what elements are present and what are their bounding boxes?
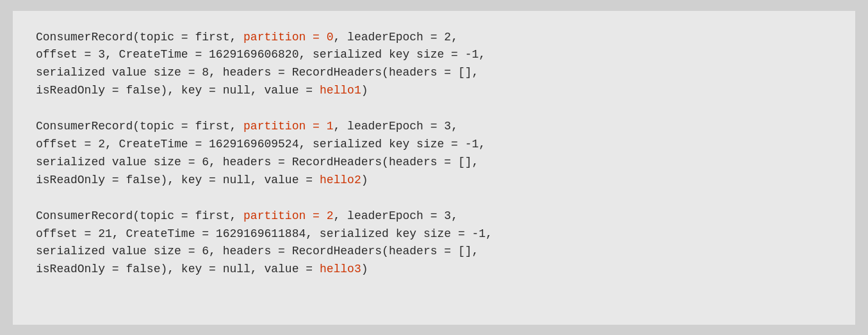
normal-text: serialized value size = 8, headers = Rec… — [36, 66, 479, 79]
record-block-1: ConsumerRecord(topic = first, partition … — [36, 29, 832, 101]
normal-text: ConsumerRecord(topic = first, — [36, 31, 243, 44]
normal-text: , leaderEpoch = 3, — [334, 120, 458, 133]
record-3-line-1: ConsumerRecord(topic = first, partition … — [36, 208, 832, 225]
normal-text: isReadOnly = false), key = null, value = — [36, 84, 320, 97]
normal-text: ) — [361, 174, 368, 186]
normal-text: offset = 2, CreateTime = 1629169609524, … — [36, 138, 486, 151]
record-2-line-2: offset = 2, CreateTime = 1629169609524, … — [36, 136, 832, 154]
normal-text: isReadOnly = false), key = null, value = — [36, 174, 320, 186]
record-block-3: ConsumerRecord(topic = first, partition … — [36, 208, 832, 279]
normal-text: ConsumerRecord(topic = first, — [36, 120, 243, 133]
record-1-line-1: ConsumerRecord(topic = first, partition … — [36, 29, 832, 47]
normal-text: offset = 3, CreateTime = 1629169606820, … — [36, 48, 486, 61]
code-output: ConsumerRecord(topic = first, partition … — [13, 11, 855, 325]
record-3-line-4: isReadOnly = false), key = null, value =… — [36, 261, 832, 279]
normal-text: offset = 21, CreateTime = 1629169611884,… — [36, 227, 493, 240]
record-1-line-2: offset = 3, CreateTime = 1629169606820, … — [36, 46, 832, 64]
record-block-2: ConsumerRecord(topic = first, partition … — [36, 118, 832, 190]
highlighted-value: partition = 0 — [243, 31, 333, 44]
highlighted-value: partition = 2 — [243, 209, 333, 222]
record-2-line-3: serialized value size = 6, headers = Rec… — [36, 154, 832, 172]
normal-text: , leaderEpoch = 3, — [334, 209, 458, 222]
normal-text: ) — [361, 263, 368, 275]
record-1-line-3: serialized value size = 8, headers = Rec… — [36, 64, 832, 82]
normal-text: serialized value size = 6, headers = Rec… — [36, 245, 479, 257]
normal-text: ConsumerRecord(topic = first, — [36, 209, 243, 222]
highlighted-value: hello1 — [320, 84, 361, 97]
normal-text: serialized value size = 6, headers = Rec… — [36, 156, 479, 168]
highlighted-value: partition = 1 — [243, 120, 333, 133]
highlighted-value: hello2 — [320, 174, 361, 186]
record-3-line-2: offset = 21, CreateTime = 1629169611884,… — [36, 225, 832, 243]
highlighted-value: hello3 — [320, 263, 361, 275]
record-2-line-1: ConsumerRecord(topic = first, partition … — [36, 118, 832, 136]
record-1-line-4: isReadOnly = false), key = null, value =… — [36, 82, 832, 100]
normal-text: ) — [361, 84, 368, 97]
record-2-line-4: isReadOnly = false), key = null, value =… — [36, 172, 832, 190]
record-3-line-3: serialized value size = 6, headers = Rec… — [36, 243, 832, 261]
normal-text: isReadOnly = false), key = null, value = — [36, 263, 320, 275]
normal-text: , leaderEpoch = 2, — [334, 31, 458, 44]
